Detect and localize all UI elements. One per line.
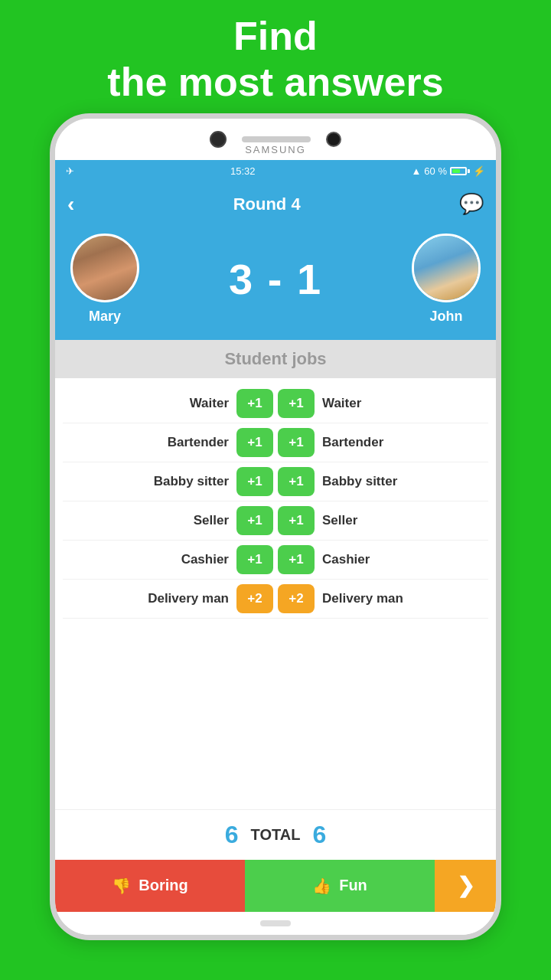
total-bar: 6 TOTAL 6 [55, 809, 496, 860]
player-left: Mary [70, 234, 139, 325]
score-left: 3 [229, 255, 254, 303]
badge1-1: +1 [236, 428, 273, 457]
next-button[interactable]: ❯ [435, 860, 496, 912]
table-row: Waiter +1 +1 Waiter [63, 384, 488, 423]
score-separator: - [268, 255, 284, 303]
badge2-2: +1 [278, 467, 315, 496]
home-button[interactable] [260, 920, 291, 926]
battery-icon [450, 167, 470, 175]
status-time: 15:32 [230, 165, 256, 177]
back-button[interactable]: ‹ [67, 192, 74, 217]
total-label: TOTAL [251, 826, 301, 844]
badges-5: +2 +2 [236, 584, 315, 613]
answer-left-1: Bartender [63, 435, 236, 450]
battery-percent: 60 % [424, 165, 447, 177]
table-row: Delivery man +2 +2 Delivery man [63, 580, 488, 619]
table-row: Bartender +1 +1 Bartender [63, 423, 488, 462]
action-bar: 👎 Boring 👍 Fun ❯ [55, 860, 496, 912]
answer-right-1: Bartender [315, 435, 488, 450]
answer-left-3: Seller [63, 513, 236, 528]
badges-2: +1 +1 [236, 467, 315, 496]
chat-button[interactable]: 💬 [459, 192, 484, 216]
badge2-3: +1 [278, 506, 315, 535]
total-left: 6 [225, 821, 239, 849]
airplane-icon: ✈ [66, 165, 74, 177]
main-content: Student jobs Waiter +1 +1 Waiter Bartend… [55, 340, 496, 912]
player-right: John [412, 234, 481, 325]
tagline: Find the most answers [77, 0, 474, 113]
nav-bar: ‹ Round 4 💬 [55, 183, 496, 226]
boring-label: Boring [139, 877, 187, 894]
player-right-name: John [430, 309, 463, 325]
phone-bottom-bar [55, 912, 496, 935]
badge2-1: +1 [278, 428, 315, 457]
status-right: ▲ 60 % ⚡ [411, 165, 485, 177]
answer-right-4: Cashier [315, 552, 488, 567]
camera-front [326, 132, 341, 147]
badge2-0: +1 [278, 389, 315, 418]
badges-1: +1 +1 [236, 428, 315, 457]
category-header: Student jobs [55, 340, 496, 378]
fun-button[interactable]: 👍 Fun [245, 860, 435, 912]
nav-title: Round 4 [233, 194, 301, 214]
avatar-john [412, 234, 481, 302]
brand-label: SAMSUNG [245, 144, 306, 155]
score-display: 3 - 1 [229, 254, 322, 304]
next-icon: ❯ [457, 873, 474, 898]
answer-right-3: Seller [315, 513, 488, 528]
fun-label: Fun [339, 877, 367, 894]
charging-icon: ⚡ [473, 165, 485, 177]
table-row: Babby sitter +1 +1 Babby sitter [63, 462, 488, 501]
thumbs-up-icon: 👍 [312, 877, 331, 895]
answer-left-4: Cashier [63, 552, 236, 567]
badge2-4: +1 [278, 545, 315, 574]
answer-left-0: Waiter [63, 396, 236, 411]
badge1-0: +1 [236, 389, 273, 418]
score-right: 1 [297, 255, 322, 303]
badge1-3: +1 [236, 506, 273, 535]
speaker [242, 136, 311, 142]
table-row: Cashier +1 +1 Cashier [63, 541, 488, 580]
phone-top-bar: SAMSUNG [55, 119, 496, 160]
status-left: ✈ [66, 165, 74, 177]
phone-shell: SAMSUNG ✈ 15:32 ▲ 60 % ⚡ ‹ Round 4 💬 Mar… [50, 113, 501, 940]
boring-button[interactable]: 👎 Boring [55, 860, 245, 912]
status-bar: ✈ 15:32 ▲ 60 % ⚡ [55, 160, 496, 183]
badges-3: +1 +1 [236, 506, 315, 535]
tagline-line1: Find [233, 14, 318, 58]
thumbs-down-icon: 👎 [112, 877, 131, 895]
answer-right-5: Delivery man [315, 591, 488, 606]
badge1-2: +1 [236, 467, 273, 496]
answers-table: Waiter +1 +1 Waiter Bartender +1 +1 Bart… [55, 378, 496, 809]
badge2-5: +2 [278, 584, 315, 613]
tagline-line2: the most answers [107, 60, 443, 104]
camera-left [210, 131, 227, 148]
total-right: 6 [312, 821, 326, 849]
score-section: Mary 3 - 1 John [55, 226, 496, 340]
table-row: Seller +1 +1 Seller [63, 501, 488, 541]
badge1-4: +1 [236, 545, 273, 574]
badges-0: +1 +1 [236, 389, 315, 418]
avatar-mary [70, 234, 139, 302]
nav-icon: ▲ [411, 165, 421, 177]
player-left-name: Mary [89, 309, 121, 325]
answer-left-2: Babby sitter [63, 474, 236, 489]
badges-4: +1 +1 [236, 545, 315, 574]
answer-right-2: Babby sitter [315, 474, 488, 489]
answer-left-5: Delivery man [63, 591, 236, 606]
badge1-5: +2 [236, 584, 273, 613]
answer-right-0: Waiter [315, 396, 488, 411]
